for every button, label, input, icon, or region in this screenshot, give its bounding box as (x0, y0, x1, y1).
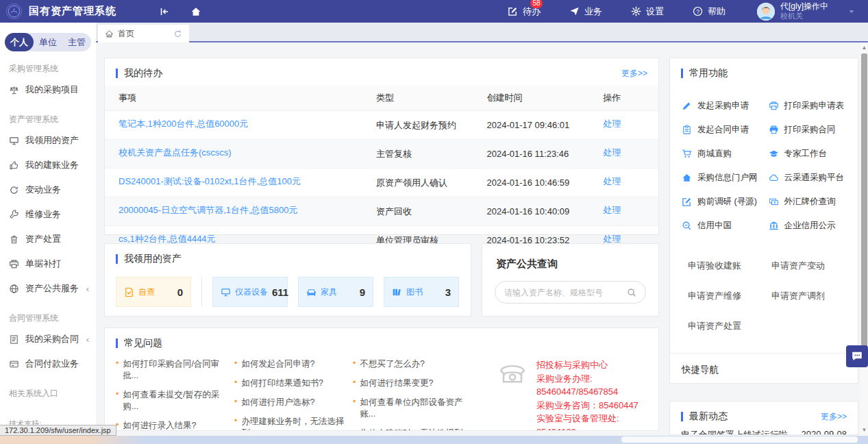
scrollbar-thumb[interactable] (861, 53, 867, 354)
chat-button[interactable] (846, 345, 868, 367)
sidebar-item[interactable]: 单据补打 (0, 251, 96, 276)
todo-item-link[interactable]: DS240001-测试:设备-0102xt,1台件,总值100元 (119, 175, 301, 188)
list-item[interactable]: 电子合同签署上线试运行啦2020-09-08 (670, 428, 858, 435)
tab-home[interactable]: 首页 (98, 25, 189, 42)
sidebar-item[interactable]: 变动业务 (0, 177, 96, 202)
todo-item-link[interactable]: 20000045-日立空气调节器,1台件,总值5800元 (119, 204, 298, 217)
faq-question-text: 如何打印结果通知书? (241, 378, 323, 389)
asset-search-input[interactable] (504, 288, 627, 297)
stat-label: 家具 (321, 286, 337, 298)
sidebar-item[interactable]: 我领用的资产 (0, 128, 96, 153)
faq-question[interactable]: •如何查看单位内部设备资产账... (353, 397, 471, 420)
apply-link[interactable]: 申请验收建账 (688, 260, 771, 272)
function-item[interactable]: 云采通采购平台 (769, 166, 856, 190)
stat-card[interactable]: 自查0 (116, 277, 191, 307)
survey-icon (682, 197, 692, 207)
chevron-down-icon[interactable] (847, 8, 856, 16)
faq-column: •如何打印采购合同/合同审批...•如何查看未提交/暂存的采购...•如何进行录… (116, 358, 234, 431)
user-menu[interactable]: 代[gly]操作中 校机关 (757, 2, 828, 20)
apply-links-grid: 申请验收建账申请资产变动申请资产维修申请资产调剂申请资产处置 (670, 238, 858, 332)
sidebar-item[interactable]: 我的采购项目 (0, 77, 96, 102)
search-icon[interactable] (627, 288, 636, 297)
function-item[interactable]: 购前调研 (寻源) (682, 190, 769, 214)
todo-action-cell: 处理 (603, 111, 658, 140)
faq-question[interactable]: •办理建账业务时，无法选择到... (234, 416, 353, 431)
sidebar-item-label: 我的建账业务 (25, 159, 79, 171)
business-menu-item[interactable]: 业务 (569, 5, 602, 18)
apply-link[interactable]: 申请资产维修 (688, 290, 771, 302)
settings-menu-item[interactable]: 设置 (631, 5, 664, 18)
handle-link[interactable]: 处理 (603, 204, 621, 217)
apply-link[interactable]: 申请资产变动 (771, 260, 855, 272)
function-item[interactable]: 打印采购申请表 (769, 94, 856, 118)
refresh-tab-icon[interactable] (173, 29, 182, 38)
todo-count-badge: 58 (530, 0, 543, 8)
handle-link[interactable]: 处理 (603, 175, 621, 188)
browser-status-url: 172.30.1.209/sfw/user/index.jsp (0, 425, 116, 436)
function-item[interactable]: 专家工作台 (769, 142, 856, 166)
searchq-icon (682, 221, 692, 231)
faq-question[interactable]: •如何打印采购合同/合同审批... (116, 358, 234, 382)
scroll-down-arrow-icon[interactable]: ▼ (860, 426, 868, 434)
vertical-scrollbar[interactable]: ▲ ▼ (860, 42, 868, 436)
stat-card[interactable]: 家具9 (298, 277, 373, 307)
apply-link[interactable]: 申请资产处置 (688, 320, 771, 332)
scroll-up-arrow-icon[interactable]: ▲ (860, 44, 868, 52)
stat-card[interactable]: 图书3 (384, 277, 459, 307)
faq-question[interactable]: •如何进行录入结果? (116, 420, 234, 431)
sidebar-role-tab[interactable]: 主管 (62, 33, 91, 51)
function-item[interactable]: 采购信息门户网 (682, 166, 769, 190)
sidebar-item[interactable]: 合同付款业务 (0, 352, 96, 376)
function-item[interactable]: 发起采购申请 (682, 94, 769, 118)
faq-question[interactable]: •为他人建账时，无法选择到该... (353, 428, 471, 431)
function-item[interactable]: 外汇牌价查询 (769, 190, 856, 214)
function-label: 打印采购申请表 (784, 100, 845, 112)
faq-question[interactable]: •如何打印结果通知书? (234, 378, 353, 389)
home-icon[interactable] (190, 6, 201, 17)
faq-question[interactable]: •如何查看未提交/暂存的采购... (116, 389, 234, 412)
sidebar-role-tab[interactable]: 单位 (34, 33, 62, 51)
sidebar-item-label: 我领用的资产 (25, 134, 79, 147)
function-item[interactable]: 打印采购合同 (769, 118, 856, 142)
faq-question-text: 如何进行结果变更? (360, 378, 433, 389)
faq-question-text: 办理建账业务时，无法选择到... (241, 416, 353, 431)
sidebar-item[interactable]: 我的建账业务 (0, 153, 96, 177)
todo-item-link[interactable]: 校机关资产盘点任务(cscscs) (119, 147, 232, 159)
sidebar-item[interactable]: 资产处置 (0, 227, 96, 251)
query-panel-title: 资产公共查询 (482, 244, 658, 271)
faq-question[interactable]: •如何发起合同申请? (234, 358, 353, 370)
apply-link[interactable]: 申请资产调剂 (771, 290, 855, 302)
app-logo-icon (6, 3, 22, 19)
taskbar-strip (0, 436, 868, 444)
todo-menu-item[interactable]: 待办 58 (508, 5, 541, 18)
sidebar-role-tab[interactable]: 个人 (5, 33, 34, 51)
stat-card[interactable]: 仪器设备611 (212, 277, 288, 307)
faq-question-text: 如何查看未提交/暂存的采购... (123, 389, 234, 412)
faq-question[interactable]: •不想买了怎么办? (353, 358, 471, 370)
todo-more-link[interactable]: 更多>> (621, 68, 647, 79)
phone-icon (498, 360, 527, 388)
function-item[interactable]: 信用中国 (682, 214, 769, 238)
books-icon (392, 287, 402, 297)
panel-accent-bar (681, 69, 683, 78)
handle-link[interactable]: 处理 (603, 118, 621, 130)
faq-question[interactable]: •如何进行结果变更? (353, 378, 471, 389)
table-row: 20000045-日立空气调节器,1台件,总值5800元资产回收2024-01-… (105, 197, 658, 226)
function-item[interactable]: 企业信用公示 (769, 214, 856, 238)
function-item[interactable]: 商城直购 (682, 142, 769, 166)
help-menu-item[interactable]: ? 帮助 (693, 5, 726, 18)
collapse-sidebar-icon[interactable] (159, 6, 170, 17)
sidebar-item[interactable]: 我的采购合同‹ (0, 327, 96, 352)
faq-question[interactable]: •如何进行用户选标? (234, 397, 353, 408)
function-item[interactable]: 发起合同申请 (682, 118, 769, 142)
contract-icon (9, 334, 19, 345)
exchange-icon (769, 197, 779, 207)
todo-item-link[interactable]: 笔记本,1种200台件,总值60000元 (119, 118, 248, 130)
sidebar-item-label: 单据补打 (25, 258, 61, 270)
sidebar-item[interactable]: 资产公共服务‹ (0, 276, 96, 301)
sidebar-item[interactable]: 维修业务 (0, 202, 96, 227)
news-more-link[interactable]: 更多>> (821, 411, 847, 423)
todo-item-cell: 20000045-日立空气调节器,1台件,总值5800元 (105, 197, 376, 226)
handle-link[interactable]: 处理 (603, 147, 621, 159)
todo-table-header: 事项类型创建时间操作 (105, 86, 658, 111)
